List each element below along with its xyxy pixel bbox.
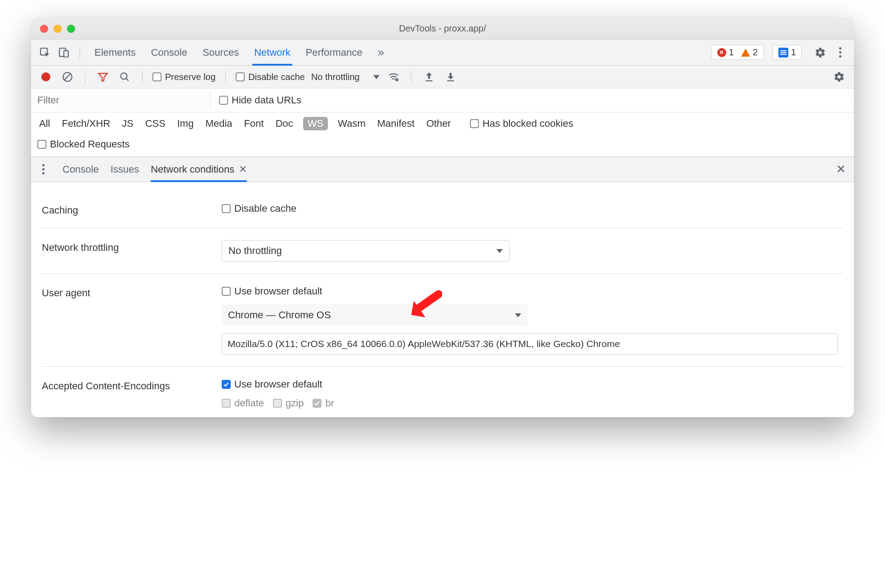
encodings-use-default-checkbox[interactable]: Use browser default (222, 379, 322, 390)
encodings-label: Accepted Content-Encodings (42, 379, 213, 392)
chevron-down-icon (515, 313, 521, 317)
svg-rect-9 (447, 80, 454, 81)
user-agent-label: User agent (42, 285, 213, 299)
settings-gear-icon[interactable] (813, 45, 828, 60)
main-tabs: Elements Console Sources Network Perform… (94, 40, 384, 65)
upload-har-icon[interactable] (421, 69, 437, 85)
type-js[interactable]: JS (120, 117, 135, 130)
throttling-select[interactable]: No throttling (311, 72, 380, 82)
encodings-row: Accepted Content-Encodings Use browser d… (42, 367, 843, 413)
svg-line-6 (126, 78, 128, 80)
error-icon: ✕ (717, 48, 726, 57)
throttling-select-box[interactable]: No throttling (222, 240, 510, 262)
zoom-window-button[interactable] (67, 25, 75, 33)
download-har-icon[interactable] (443, 69, 458, 85)
minimize-window-button[interactable] (54, 25, 62, 33)
device-toolbar-icon[interactable] (56, 45, 72, 60)
throttling-label: Network throttling (42, 240, 213, 254)
search-icon[interactable] (117, 69, 132, 85)
inspect-element-icon[interactable] (37, 45, 53, 60)
blocked-requests-checkbox[interactable]: Blocked Requests (37, 138, 130, 150)
tabs-overflow-button[interactable]: » (378, 40, 384, 65)
network-toolbar: Preserve log Disable cache No throttling (31, 66, 854, 89)
ua-string-input[interactable] (222, 333, 838, 355)
type-manifest[interactable]: Manifest (375, 117, 416, 130)
warning-icon (741, 49, 750, 57)
error-count[interactable]: ✕1 (717, 47, 734, 58)
ua-use-default-checkbox[interactable]: Use browser default (222, 285, 322, 297)
type-doc[interactable]: Doc (274, 117, 295, 130)
devtools-window: DevTools - proxx.app/ Elements Console S… (31, 18, 854, 417)
hide-data-urls-checkbox[interactable]: Hide data URLs (219, 94, 301, 106)
type-ws[interactable]: WS (303, 117, 328, 130)
network-settings-gear-icon[interactable] (831, 69, 847, 85)
filter-input[interactable] (31, 91, 211, 109)
type-img[interactable]: Img (175, 117, 196, 130)
type-filter-row: All Fetch/XHR JS CSS Img Media Font Doc … (31, 112, 854, 135)
type-all[interactable]: All (37, 117, 52, 130)
window-title: DevTools - proxx.app/ (31, 23, 854, 34)
svg-rect-8 (425, 80, 432, 81)
has-blocked-cookies-checkbox[interactable]: Has blocked cookies (470, 118, 573, 129)
ua-preset-select[interactable]: Chrome — Chrome OS (222, 304, 527, 326)
tab-elements[interactable]: Elements (94, 40, 136, 65)
filter-funnel-icon[interactable] (95, 69, 111, 85)
drawer-tab-console[interactable]: Console (63, 157, 99, 182)
drawer-tabs: Console Issues Network conditions ✕ ✕ (31, 157, 854, 182)
clear-button[interactable] (60, 69, 75, 85)
encoding-br-checkbox[interactable]: br (313, 397, 334, 409)
window-titlebar: DevTools - proxx.app/ (31, 18, 854, 40)
caching-disable-cache-checkbox[interactable]: Disable cache (222, 203, 296, 214)
type-css[interactable]: CSS (143, 117, 167, 130)
network-conditions-icon[interactable] (386, 69, 401, 85)
checkbox-checked-icon (222, 380, 231, 389)
blocked-requests-row: Blocked Requests (31, 135, 854, 157)
status-counters[interactable]: ✕1 2 (711, 45, 764, 60)
drawer-tab-network-conditions[interactable]: Network conditions ✕ (151, 157, 247, 182)
drawer-more-tabs-icon[interactable] (36, 162, 51, 177)
encodings-options: deflate gzip br (222, 397, 334, 409)
network-conditions-panel: Caching Disable cache Network throttling… (31, 182, 854, 417)
chevron-down-icon (373, 75, 380, 79)
throttling-row: Network throttling No throttling (42, 228, 843, 274)
disable-cache-checkbox[interactable]: Disable cache (236, 72, 305, 82)
tab-sources[interactable]: Sources (202, 40, 239, 65)
caching-label: Caching (42, 203, 213, 216)
type-font[interactable]: Font (242, 117, 266, 130)
record-button[interactable] (38, 69, 54, 85)
annotation-arrow-icon (406, 286, 442, 322)
more-options-icon[interactable] (832, 45, 848, 60)
encoding-deflate-checkbox[interactable]: deflate (222, 397, 264, 409)
type-fetchxhr[interactable]: Fetch/XHR (60, 117, 112, 130)
svg-point-5 (121, 73, 127, 79)
tab-network[interactable]: Network (254, 40, 291, 65)
caching-row: Caching Disable cache (42, 191, 843, 228)
close-window-button[interactable] (40, 25, 48, 33)
svg-point-7 (395, 78, 398, 81)
tab-console[interactable]: Console (151, 40, 188, 65)
filter-row: Hide data URLs (31, 89, 854, 112)
close-tab-icon[interactable]: ✕ (239, 164, 247, 175)
tab-performance[interactable]: Performance (306, 40, 362, 65)
svg-rect-2 (64, 50, 68, 57)
main-tabs-row: Elements Console Sources Network Perform… (31, 40, 854, 66)
type-media[interactable]: Media (204, 117, 234, 130)
message-counter[interactable]: 1 (773, 45, 802, 60)
separator (80, 46, 80, 59)
user-agent-row: User agent Use browser default Chrome — … (42, 274, 843, 367)
encoding-gzip-checkbox[interactable]: gzip (273, 397, 304, 409)
drawer-close-icon[interactable]: ✕ (836, 162, 849, 176)
drawer-tab-issues[interactable]: Issues (111, 157, 139, 182)
type-wasm[interactable]: Wasm (336, 117, 367, 130)
svg-line-4 (64, 73, 71, 80)
traffic-lights (31, 25, 75, 33)
message-icon (778, 48, 788, 58)
chevron-down-icon (496, 249, 503, 253)
type-other[interactable]: Other (425, 117, 453, 130)
warning-count[interactable]: 2 (741, 47, 758, 58)
preserve-log-checkbox[interactable]: Preserve log (152, 72, 215, 82)
